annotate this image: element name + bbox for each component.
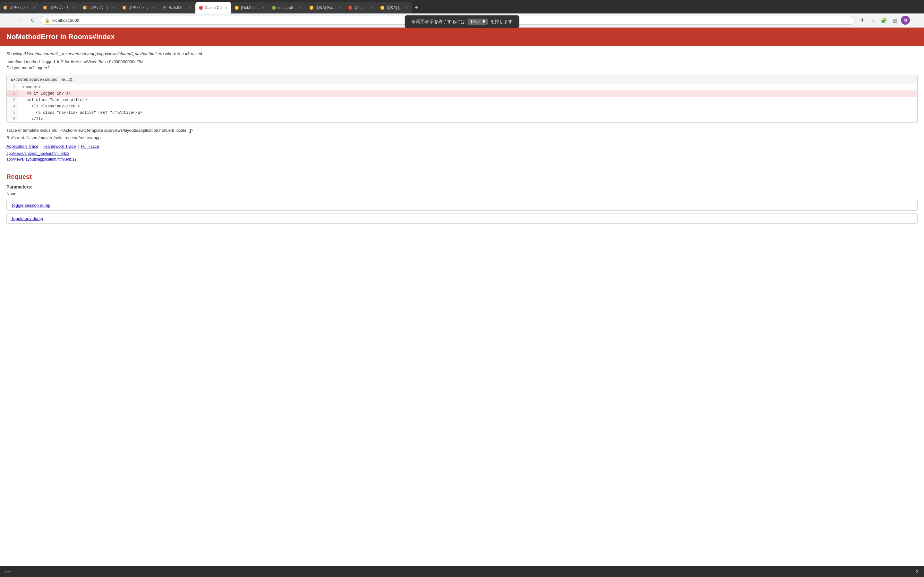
bookmark-button[interactable]: ☆ — [868, 16, 878, 25]
request-title: Request — [6, 173, 918, 181]
tab-4-close[interactable]: × — [151, 5, 156, 10]
tab-11-title: [Q&A] [... — [387, 5, 402, 10]
new-tab-button[interactable]: + — [412, 3, 421, 13]
tab-5-favicon: 🚀 — [162, 5, 166, 10]
application-trace-link[interactable]: Application Trace — [6, 144, 39, 149]
framework-trace-link[interactable]: Framework Trace — [43, 144, 76, 149]
fullscreen-suffix: を押します — [490, 19, 513, 25]
rails-root-text: Rails.root: /Users/masaru/rails_reserve/… — [6, 135, 100, 140]
params-value: None — [6, 191, 918, 196]
error-body: Showing /Users/masaru/rails_reserve/rese… — [0, 46, 924, 168]
trace-sep-1: | — [40, 144, 41, 149]
tab-9[interactable]: 🟡 [Q&A] Ra... × — [306, 2, 345, 13]
tab-10-title: Qiita — [355, 5, 367, 10]
sidebar-toggle[interactable]: ▤ — [890, 16, 900, 25]
showing-line: Showing /Users/masaru/rails_reserve/rese… — [6, 51, 918, 56]
did-you-mean-text: Did you mean? logger? — [6, 65, 49, 70]
tab-10-close[interactable]: × — [369, 5, 374, 10]
tab-6-favicon: 🔴 — [199, 5, 203, 10]
tab-9-favicon: 🟡 — [309, 5, 314, 10]
code-line-2: 2 <% if logged_in? %> — [7, 90, 917, 97]
showing-line-num: #2 — [185, 51, 190, 56]
line-code-2: <% if logged_in? %> — [18, 90, 74, 97]
tab-2[interactable]: 🍞 ポテパン キ × — [40, 2, 79, 13]
tab-6-title: Action Co — [205, 5, 222, 10]
tab-8[interactable]: 🟢 masaru8... × — [268, 2, 306, 13]
tab-1-favicon: 🍞 — [3, 5, 8, 10]
error-header: NoMethodError in Rooms#index — [0, 27, 924, 46]
tab-11[interactable]: 🟡 [Q&A] [... × — [377, 2, 412, 13]
line-code-6: </li> — [18, 116, 47, 122]
showing-middle: where line — [165, 51, 184, 56]
code-lines: 1<header>2 <% if logged_in? %>3 <ul clas… — [7, 84, 917, 122]
back-button[interactable]: ← — [3, 16, 13, 25]
tab-2-title: ポテパン キ — [49, 5, 69, 11]
error-message: undefined method `logged_in?' for #<Acti… — [6, 59, 918, 64]
tab-4[interactable]: 🍞 ポテパン キ × — [119, 2, 159, 13]
tab-3-close[interactable]: × — [111, 5, 116, 10]
trace-text: Trace of template inclusion: #<ActionVie… — [6, 128, 194, 133]
trace-links: Application Trace | Framework Trace | Fu… — [6, 144, 918, 149]
tab-6[interactable]: 🔴 Action Co × — [195, 2, 231, 13]
code-section: Extracted source (around line #2): 1<hea… — [6, 75, 918, 123]
undefined-method-text: undefined method `logged_in?' for #<Acti… — [6, 59, 144, 64]
tab-9-title: [Q&A] Ra... — [316, 5, 335, 10]
error-title: NoMethodError in Rooms#index — [6, 33, 115, 41]
tab-2-close[interactable]: × — [71, 5, 76, 10]
page-content: NoMethodError in Rooms#index Showing /Us… — [0, 27, 924, 231]
full-trace-link[interactable]: Full Trace — [81, 144, 99, 149]
tab-11-favicon: 🟡 — [380, 5, 384, 10]
tab-1-title: ポテパン キ — [10, 5, 30, 11]
file-link-1[interactable]: app/views/shared/_navbar.html.erb:2 — [6, 151, 918, 156]
tab-4-title: ポテパン キ — [129, 5, 149, 11]
tab-7-close[interactable]: × — [261, 5, 265, 10]
lock-icon: 🔒 — [45, 18, 50, 23]
trace-line: Trace of template inclusion: #<ActionVie… — [6, 128, 918, 133]
tab-5[interactable]: 🚀 Rails6.0... × — [159, 2, 195, 13]
line-code-4: <li class="nav-item"> — [18, 103, 84, 110]
tab-8-favicon: 🟢 — [272, 5, 276, 10]
tab-10[interactable]: 🔴 Qiita × — [345, 2, 377, 13]
code-section-header: Extracted source (around line #2): — [7, 75, 917, 84]
tab-10-favicon: 🔴 — [348, 5, 352, 10]
tab-7[interactable]: 🟡 [NoMeth... × — [231, 2, 268, 13]
tab-1[interactable]: 🍞 ポテパン キ × — [0, 2, 40, 13]
extensions-button[interactable]: 🧩 — [879, 16, 889, 25]
tab-5-title: Rails6.0... — [168, 5, 186, 10]
nav-actions: ⬆ ☆ 🧩 ▤ M ⋮ — [857, 16, 921, 25]
tab-2-favicon: 🍞 — [43, 5, 47, 10]
tab-7-title: [NoMeth... — [241, 5, 258, 10]
tab-3[interactable]: 🍞 ポテパン キ × — [79, 2, 120, 13]
code-line-5: 5 <a class="nav-link active" href="#">Ac… — [7, 110, 917, 116]
share-button[interactable]: ⬆ — [857, 16, 867, 25]
reload-button[interactable]: ↻ — [27, 16, 37, 25]
line-number-4: 4 — [7, 103, 18, 110]
tab-9-close[interactable]: × — [337, 5, 342, 10]
code-line-4: 4 <li class="nav-item"> — [7, 103, 917, 110]
line-number-1: 1 — [7, 84, 18, 90]
menu-button[interactable]: ⋮ — [911, 16, 921, 25]
code-section-header-text: Extracted source (around line #2): — [11, 77, 73, 82]
tab-11-close[interactable]: × — [404, 5, 409, 10]
profile-avatar[interactable]: M — [901, 16, 910, 25]
toggle-session-button[interactable]: Toggle session dump — [6, 200, 918, 211]
code-line-3: 3 <ul class="nav nav-pills"> — [7, 97, 917, 103]
toggle-env-button[interactable]: Toggle env dump — [6, 213, 918, 224]
rails-root: Rails.root: /Users/masaru/rails_reserve/… — [6, 135, 918, 140]
forward-button[interactable]: → — [15, 16, 25, 25]
tab-6-close[interactable]: × — [224, 5, 228, 10]
fullscreen-prefix: 全画面表示を終了するには — [411, 19, 465, 25]
showing-suffix: raised: — [191, 51, 204, 56]
line-number-5: 5 — [7, 110, 18, 116]
did-you-mean: Did you mean? logger? — [6, 65, 918, 70]
tab-1-close[interactable]: × — [32, 5, 36, 10]
fullscreen-key: (fn) F — [468, 19, 488, 25]
trace-sep-2: | — [78, 144, 79, 149]
tab-8-close[interactable]: × — [298, 5, 303, 10]
tab-5-close[interactable]: × — [187, 5, 192, 10]
file-link-2[interactable]: app/views/layouts/application.html.erb:1… — [6, 157, 918, 161]
tab-7-favicon: 🟡 — [234, 5, 239, 10]
request-section: Request Parameters: None Toggle session … — [0, 168, 924, 231]
showing-prefix: Showing — [6, 51, 23, 56]
line-code-5: <a class="nav-link active" href="#">Acti… — [18, 110, 146, 116]
